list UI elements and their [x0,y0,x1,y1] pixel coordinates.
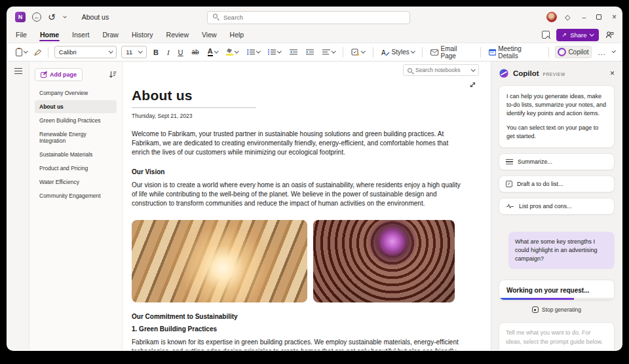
alignment-button[interactable] [320,48,337,56]
email-page-button[interactable]: Email Page [429,44,474,61]
menu-view[interactable]: View [201,29,218,41]
copilot-input-placeholder: Tell me what you want to do. For ideas, … [506,329,607,346]
meeting-details-button[interactable]: Meeting Details [487,44,543,61]
page-item[interactable]: Green Building Practices [35,114,117,127]
bold-button[interactable]: B [151,47,161,58]
share-button[interactable]: ↗ Share [556,29,599,41]
page-date: Thursday, Sept 21, 2023 [132,113,491,119]
feedback-icon[interactable] [605,31,614,39]
commitment-heading: Our Commitment to Sustainability [132,313,491,320]
bullet-list-icon [247,49,255,55]
chevron-down-icon [590,31,594,35]
page-item-active[interactable]: About us [35,100,117,113]
menu-bar: File Home Insert Draw History Review Vie… [7,27,622,43]
font-color-button[interactable]: A [206,46,219,58]
collapse-ribbon-icon[interactable] [612,49,616,53]
notebook-search-input[interactable] [415,67,468,73]
page-item[interactable]: Sustainable Materials [35,148,117,161]
global-search[interactable] [207,10,410,24]
commitment-paragraph: Fabrikam is known for its expertise in g… [132,338,463,350]
styles-icon: A [381,48,390,56]
titlebar: N ← ↺ About us ◇ – × [7,7,622,27]
menu-review[interactable]: Review [166,29,189,41]
page-item[interactable]: Company Overview [35,86,117,100]
sort-pages-icon[interactable] [109,71,117,79]
title-divider [132,107,256,108]
checkbox-icon: ✓ [506,181,512,187]
intro-paragraph: Welcome to Fabrikam, your trusted partne… [132,130,463,158]
onenote-app-icon: N [15,12,26,22]
menu-home[interactable]: Home [39,29,60,41]
copilot-title: Copilot [513,69,539,77]
menu-draw[interactable]: Draw [102,29,119,41]
share-icon: ↗ [562,31,567,38]
page-item[interactable]: Community Engagement [35,189,117,202]
avatar[interactable] [546,12,557,22]
copilot-panel: Copilot PREVIEW × I can help you generat… [491,62,622,350]
window-title: About us [82,13,109,21]
paste-button[interactable] [14,47,29,58]
format-painter-icon[interactable] [34,48,42,56]
page-item[interactable]: Water Efficiency [35,175,117,189]
vision-heading: Our Vision [132,168,491,175]
maximize-button[interactable] [596,14,601,20]
strikethrough-button[interactable]: ab [190,47,201,57]
copilot-ribbon-button[interactable]: Copilot [555,46,591,58]
sticky-note-icon[interactable] [542,31,550,39]
undo-dropdown-icon[interactable] [63,14,67,18]
summarize-button[interactable]: Summarize... [499,153,615,170]
ribbon-overflow-button[interactable]: ... [596,47,608,58]
hamburger-menu-icon[interactable] [14,68,22,74]
draft-todo-button[interactable]: ✓ Draft a to do list... [499,175,615,192]
add-page-icon [41,72,47,78]
numbered-list-button[interactable] [266,48,283,56]
italic-button[interactable]: I [165,47,172,58]
copilot-intro-text-2: You can select text on your page to get … [506,124,607,141]
pros-cons-button[interactable]: List pros and cons... [499,198,615,215]
copilot-input-card[interactable]: Tell me what you want to do. For ideas, … [499,322,615,351]
menu-file[interactable]: File [15,29,28,41]
minimize-button[interactable]: – [582,14,586,21]
search-icon [408,68,412,73]
bullet-list-button[interactable] [245,48,262,56]
close-window-button[interactable]: × [612,12,617,22]
undo-icon[interactable]: ↺ [48,12,56,22]
decrease-indent-icon [290,49,297,55]
underline-button[interactable]: U [176,47,185,58]
menu-help[interactable]: Help [229,29,245,41]
stop-generating-button[interactable]: Stop generating [499,306,615,313]
progress-fill [499,298,574,300]
premium-diamond-icon[interactable]: ◇ [565,13,570,22]
notebook-search[interactable] [403,64,479,76]
page-editor[interactable]: About us Thursday, Sept 21, 2023 Welcome… [123,62,491,350]
working-status-text: Working on your request... [506,287,607,294]
svg-text:A: A [381,49,386,56]
back-icon[interactable]: ← [32,12,41,22]
menu-history[interactable]: History [131,29,154,41]
copilot-intro-card: I can help you generate ideas, make to-d… [499,85,615,148]
tag-button[interactable] [349,47,367,58]
close-copilot-icon[interactable]: × [610,69,615,78]
font-family-select[interactable]: Calibri [54,46,117,58]
stop-icon [532,306,539,313]
decrease-indent-button[interactable] [288,48,299,56]
alignment-icon [322,49,330,55]
page-item[interactable]: Product and Pricing [35,162,117,175]
styles-button[interactable]: A Styles [379,47,417,58]
font-size-select[interactable]: 11 [121,46,147,58]
copilot-logo-icon [499,68,509,79]
expand-page-icon[interactable] [469,81,476,88]
page-item[interactable]: Renewable Energy Integration [35,128,117,147]
search-input[interactable] [207,11,410,24]
menu-insert[interactable]: Insert [71,29,90,41]
numbered-list-icon [268,49,276,55]
highlighter-button[interactable] [224,47,240,57]
ribbon-toolbar: Calibri 11 B I U ab A [7,43,622,62]
search-icon [213,14,218,18]
commitment-subheading: 1. Green Building Practices [132,325,491,333]
increase-indent-button[interactable] [304,48,316,56]
page-list-sidebar: Add page Company Overview About us Green… [29,62,123,350]
add-page-button[interactable]: Add page [35,68,83,81]
progress-bar [499,298,614,300]
chevron-down-icon [471,67,475,71]
